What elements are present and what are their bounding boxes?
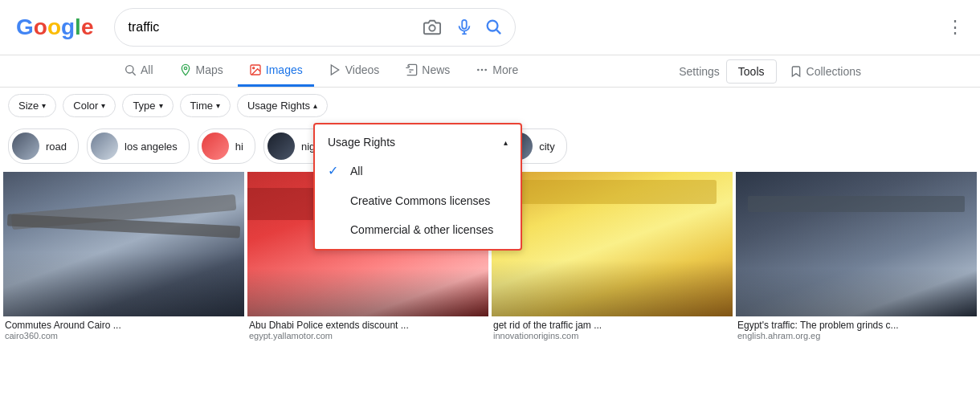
filter-bar: Size ▾ Color ▾ Type ▾ Time ▾ Usage Right… [0, 88, 980, 124]
chip-city-label: city [539, 141, 555, 153]
grid-item-india[interactable]: get rid of the traffic jam ... innovatio… [492, 172, 733, 342]
usage-rights-label: Usage Rights [247, 100, 310, 112]
abudhabi-title: Abu Dhabi Police extends discount ... [249, 320, 487, 331]
abudhabi-source: egypt.yallamotor.com [249, 331, 487, 340]
search-icon [124, 63, 137, 76]
voice-search-button[interactable] [452, 15, 476, 39]
chevron-down-icon: ▾ [42, 101, 46, 110]
nav-item-videos[interactable]: Videos [317, 55, 391, 87]
search-icons [420, 15, 502, 39]
check-icon: ✓ [328, 163, 342, 178]
camera-search-button[interactable] [420, 15, 444, 39]
color-label: Color [73, 100, 98, 112]
dropdown-item-cc[interactable]: Creative Commons licenses [315, 186, 521, 215]
egypt-title: Egypt's traffic: The problem grinds c... [737, 320, 975, 331]
image-cairo [3, 172, 244, 316]
grid-item-cairo[interactable]: Commutes Around Cairo ... cairo360.com [3, 172, 244, 342]
dropdown-item-all[interactable]: ✓ All [315, 155, 521, 186]
svg-point-0 [430, 25, 435, 31]
svg-point-6 [126, 66, 133, 73]
nav-right: Settings Tools Collections [679, 57, 868, 86]
header: Google traffic [0, 0, 980, 55]
nav-news-label: News [422, 63, 450, 76]
nav-images-label: Images [266, 63, 303, 76]
svg-rect-1 [463, 20, 468, 29]
size-filter[interactable]: Size ▾ [8, 94, 56, 117]
header-menu-dots[interactable]: ⋮ [946, 17, 964, 38]
cairo-title: Commutes Around Cairo ... [5, 320, 243, 331]
chip-losangeles-thumb [91, 133, 118, 160]
nav-videos-label: Videos [345, 63, 380, 76]
svg-point-15 [481, 69, 484, 71]
nav-item-all[interactable]: All [112, 55, 165, 87]
chip-road[interactable]: road [8, 128, 79, 164]
chevron-down-icon: ▾ [101, 101, 105, 110]
dropdown-commercial-label: Commercial & other licenses [350, 223, 493, 236]
dropdown-item-commercial[interactable]: Commercial & other licenses [315, 215, 521, 244]
chevron-up-icon: ▴ [504, 138, 508, 147]
dropdown-all-label: All [350, 165, 363, 177]
chip-hi-thumb [202, 133, 229, 160]
svg-point-14 [477, 69, 480, 71]
svg-point-10 [252, 67, 254, 69]
time-filter[interactable]: Time ▾ [180, 94, 231, 117]
collections-label: Collections [806, 65, 861, 78]
type-filter[interactable]: Type ▾ [122, 94, 173, 117]
chevron-down-icon: ▾ [216, 101, 220, 110]
svg-line-7 [133, 72, 136, 75]
search-submit-button[interactable] [484, 18, 502, 38]
nav-item-news[interactable]: News [394, 55, 461, 87]
usage-rights-filter[interactable]: Usage Rights ▴ [237, 94, 328, 117]
usage-rights-dropdown: Usage Rights ▴ ✓ All Creative Commons li… [313, 123, 522, 251]
images-icon [249, 63, 262, 76]
chip-losangeles-label: los angeles [125, 141, 178, 153]
chip-hi[interactable]: hi [198, 128, 255, 164]
dropdown-cc-label: Creative Commons licenses [350, 194, 490, 207]
dropdown-title: Usage Rights [328, 136, 395, 149]
cairo-source: cairo360.com [5, 331, 243, 340]
settings-link[interactable]: Settings [679, 65, 720, 78]
google-logo[interactable]: Google [16, 14, 93, 40]
color-filter[interactable]: Color ▾ [63, 94, 116, 117]
svg-point-8 [184, 67, 186, 69]
grid-item-egypt[interactable]: Egypt's traffic: The problem grinds c...… [736, 172, 977, 342]
time-label: Time [190, 100, 213, 112]
more-dots-icon [476, 63, 488, 76]
chip-losangeles[interactable]: los angeles [87, 128, 190, 164]
news-icon [405, 63, 418, 76]
egypt-caption: Egypt's traffic: The problem grinds c...… [736, 316, 977, 342]
svg-point-4 [488, 20, 498, 31]
svg-point-16 [485, 69, 488, 71]
chip-hi-label: hi [235, 141, 243, 153]
india-title: get rid of the traffic jam ... [493, 320, 731, 331]
search-box: traffic [114, 8, 516, 47]
nav-maps-label: Maps [196, 63, 223, 76]
dropdown-header: Usage Rights ▴ [315, 129, 521, 155]
egypt-source: english.ahram.org.eg [737, 331, 975, 340]
nav-item-more[interactable]: More [464, 55, 529, 87]
nav-all-label: All [141, 63, 153, 76]
video-icon [329, 63, 341, 76]
india-source: innovationorigins.com [493, 331, 731, 340]
abudhabi-caption: Abu Dhabi Police extends discount ... eg… [247, 316, 488, 342]
nav-item-images[interactable]: Images [238, 55, 314, 87]
search-input[interactable]: traffic [128, 20, 414, 35]
nav-bar: All Maps Images Videos News More Setting… [0, 55, 980, 88]
size-label: Size [18, 100, 39, 112]
svg-line-5 [497, 30, 501, 34]
chevron-up-icon: ▴ [313, 101, 317, 110]
svg-marker-11 [331, 65, 338, 75]
nav-item-maps[interactable]: Maps [168, 55, 235, 87]
image-egypt [736, 172, 977, 316]
india-caption: get rid of the traffic jam ... innovatio… [492, 316, 733, 342]
cairo-caption: Commutes Around Cairo ... cairo360.com [3, 316, 244, 342]
chevron-down-icon: ▾ [159, 101, 163, 110]
nav-more-label: More [492, 63, 518, 76]
maps-icon [179, 63, 192, 76]
collections-link[interactable]: Collections [783, 57, 868, 86]
chip-road-label: road [46, 141, 67, 153]
chip-night-thumb [267, 133, 295, 160]
bookmark-icon [790, 65, 802, 78]
chip-road-thumb [12, 133, 39, 160]
tools-button[interactable]: Tools [726, 59, 777, 84]
